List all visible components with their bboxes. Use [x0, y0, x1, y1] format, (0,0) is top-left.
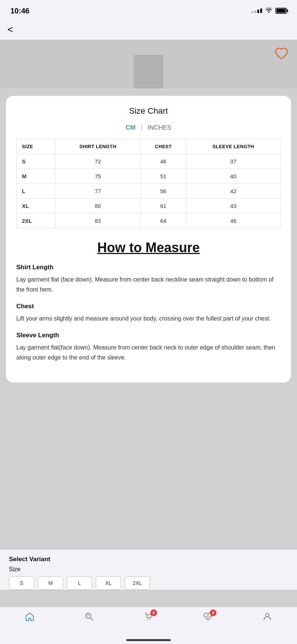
- measure-section-body: Lay garment flat (face down). Measure fr…: [16, 275, 281, 295]
- cell-shirt-length: 75: [55, 169, 140, 184]
- table-row: L 77 56 42: [17, 184, 281, 199]
- cell-sleeve-length: 37: [186, 154, 280, 169]
- cell-sleeve-length: 40: [186, 169, 280, 184]
- cell-size: 2XL: [17, 214, 55, 228]
- measure-section-0: Shirt Length Lay garment flat (face down…: [16, 264, 281, 295]
- cell-chest: 64: [140, 214, 186, 228]
- measure-section-title: Shirt Length: [16, 264, 281, 271]
- unit-toggle: CM | INCHES: [16, 124, 281, 131]
- cell-chest: 46: [140, 154, 186, 169]
- size-label: Size: [9, 566, 288, 573]
- cart-icon: 0: [144, 612, 153, 623]
- unit-divider: |: [141, 124, 142, 131]
- signal-icon: [251, 9, 262, 13]
- cell-size: S: [17, 154, 55, 169]
- size-option-s[interactable]: S: [9, 576, 34, 590]
- measure-sections: Shirt Length Lay garment flat (face down…: [16, 264, 281, 362]
- col-header-size: SIZE: [17, 139, 55, 154]
- measure-section-body: Lay garment flat(face down). Measure fro…: [16, 343, 281, 362]
- svg-point-3: [147, 619, 148, 620]
- measure-section-title: Sleeve Length: [16, 332, 281, 339]
- cell-sleeve-length: 42: [186, 184, 280, 199]
- cell-chest: 56: [140, 184, 186, 199]
- svg-point-2: [87, 614, 89, 616]
- cell-chest: 51: [140, 169, 186, 184]
- measure-section-body: Lift your arms slightly and measure arou…: [16, 314, 281, 323]
- cell-shirt-length: 80: [55, 199, 140, 214]
- home-icon: [25, 612, 35, 623]
- table-row: XL 80 61 43: [17, 199, 281, 214]
- table-row: S 72 46 37: [17, 154, 281, 169]
- select-variant-label: Select Variant: [9, 556, 288, 563]
- measure-section-2: Sleeve Length Lay garment flat(face down…: [16, 332, 281, 362]
- wishlist-icon: 0: [203, 612, 213, 623]
- battery-icon: [275, 8, 287, 14]
- bottom-area: Select Variant Size S M L XL 2XL: [0, 550, 297, 590]
- unit-cm-button[interactable]: CM: [125, 124, 135, 131]
- cell-size: L: [17, 184, 55, 199]
- cell-size: M: [17, 169, 55, 184]
- wishlist-button[interactable]: [273, 45, 290, 62]
- table-header-row: SIZE SHIRT LENGTH CHEST SLEEVE LENGTH: [17, 139, 281, 154]
- cell-sleeve-length: 43: [186, 199, 280, 214]
- tab-wishlist[interactable]: 0: [203, 612, 213, 623]
- table-row: M 75 51 40: [17, 169, 281, 184]
- svg-point-4: [150, 619, 151, 620]
- col-header-chest: CHEST: [140, 139, 186, 154]
- modal-title: Size Chart: [16, 106, 281, 116]
- cell-size: XL: [17, 199, 55, 214]
- tab-home[interactable]: [25, 612, 35, 623]
- col-header-sleeve-length: SLEEVE LENGTH: [186, 139, 280, 154]
- cell-shirt-length: 72: [55, 154, 140, 169]
- measure-section-title: Chest: [16, 303, 281, 310]
- status-bar: 10:46: [0, 0, 297, 20]
- nav-bar: <: [0, 20, 297, 40]
- home-indicator: [126, 639, 171, 641]
- cart-badge: 0: [150, 609, 157, 616]
- cell-sleeve-length: 46: [186, 214, 280, 228]
- cell-shirt-length: 83: [55, 214, 140, 228]
- measure-section-1: Chest Lift your arms slightly and measur…: [16, 303, 281, 323]
- profile-icon: [262, 612, 272, 623]
- svg-line-1: [91, 618, 93, 621]
- search-icon: [84, 612, 94, 623]
- col-header-shirt-length: SHIRT LENGTH: [55, 139, 140, 154]
- size-option-l[interactable]: L: [67, 576, 92, 590]
- cell-chest: 61: [140, 199, 186, 214]
- size-chart-modal: Size Chart CM | INCHES SIZE SHIRT LENGTH…: [6, 96, 291, 383]
- size-options: S M L XL 2XL: [9, 576, 288, 590]
- cell-shirt-length: 77: [55, 184, 140, 199]
- product-image: [134, 55, 163, 88]
- table-row: 2XL 83 64 46: [17, 214, 281, 228]
- size-table: SIZE SHIRT LENGTH CHEST SLEEVE LENGTH S …: [16, 139, 281, 228]
- tab-search[interactable]: [84, 612, 94, 623]
- wifi-icon: [265, 7, 272, 15]
- wishlist-badge: 0: [210, 609, 216, 616]
- tab-cart[interactable]: 0: [144, 612, 153, 623]
- unit-inches-button[interactable]: INCHES: [147, 124, 171, 131]
- svg-point-7: [266, 614, 269, 617]
- size-option-m[interactable]: M: [38, 576, 63, 590]
- tab-profile[interactable]: [262, 612, 272, 623]
- size-option-xl[interactable]: XL: [96, 576, 121, 590]
- product-background: [0, 40, 297, 88]
- tab-bar: 0 0: [0, 607, 297, 644]
- status-icons: [251, 7, 287, 15]
- status-time: 10:46: [10, 7, 29, 15]
- size-option-2xl[interactable]: 2XL: [125, 576, 150, 590]
- back-button[interactable]: <: [7, 24, 13, 35]
- how-to-measure-heading: How to Measure: [16, 240, 281, 256]
